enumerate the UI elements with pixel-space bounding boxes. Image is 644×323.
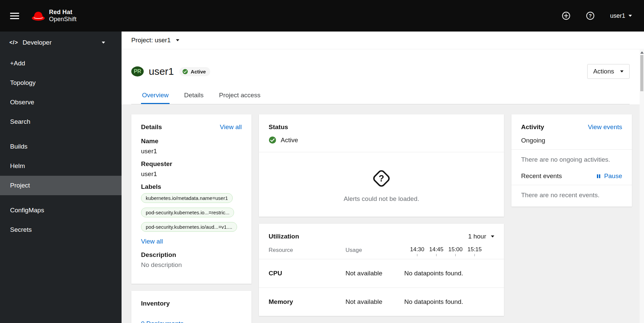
overview-dashboard: Details View all Name user1 Requester us… [122,104,644,323]
help-question-circle-icon[interactable]: ? [586,11,595,20]
status-badge: Active [179,67,210,76]
scrollbar-up-arrow[interactable] [640,51,644,54]
view-events-link[interactable]: View events [588,123,622,131]
resource-datapoints: No datapoints found. [404,270,494,277]
details-card: Details View all Name user1 Requester us… [131,114,251,284]
tab-details[interactable]: Details [183,87,204,104]
sidebar-group-main: +Add Topology Observe Search [0,52,122,131]
time-tick: 14:30 [408,246,427,256]
deployments-link[interactable]: 0 Deployments [141,320,242,323]
masthead: Red Hat OpenShift ? user1 [0,0,644,32]
pause-events-button[interactable]: Pause [596,172,622,180]
inventory-card: Inventory 0 Deployments [131,291,251,323]
sidebar-item-configmaps[interactable]: ConfigMaps [0,201,122,220]
unknown-status-icon: ? [371,168,392,189]
check-circle-icon [269,136,276,144]
resource-usage: Not available [346,298,404,306]
description-value: No description [141,261,242,269]
add-plus-circle-icon[interactable] [562,11,570,20]
requester-value: user1 [141,170,242,178]
redhat-logo-icon [31,11,45,21]
recent-events-empty-message: There are no recent events. [511,185,632,207]
user-menu-dropdown[interactable]: user1 [610,12,632,19]
chevron-down-icon [176,39,179,41]
utilization-card: Utilization 1 hour Resource Usage 14:30 … [259,224,504,316]
tab-overview[interactable]: Overview [141,87,170,104]
project-bar: Project: user1 [122,32,644,49]
pause-button-label: Pause [604,172,622,180]
details-view-all-link[interactable]: View all [220,123,242,131]
brand-logo: Red Hat OpenShift [31,9,77,23]
recent-events-label: Recent events [521,172,562,180]
activity-card: Activity View events Ongoing There are n… [511,114,632,207]
resource-column-header: Resource [269,247,346,256]
help-question-glyph: ? [589,13,592,18]
activity-card-title: Activity [521,123,544,131]
chevron-down-icon [102,42,105,44]
utilization-header-row: Resource Usage 14:30 14:45 15:00 15:15 [259,245,504,259]
project-status-row: Active [259,136,504,152]
unknown-glyph: ? [379,173,384,183]
label-chip: pod-security.kubernetes.io/aud...=v1.... [141,222,237,232]
alerts-empty-message: Alerts could not be loaded. [269,195,494,203]
details-card-title: Details [141,123,162,131]
labels-view-all-link[interactable]: View all [141,238,163,245]
sidebar-item-helm[interactable]: Helm [0,156,122,176]
resource-name: Memory [269,298,346,306]
details-card-body: Name user1 Requester user1 Labels kubern… [131,136,251,284]
actions-button-label: Actions [593,68,614,75]
sidebar-item-secrets[interactable]: Secrets [0,220,122,239]
label-chip: kubernetes.io/metadata.name=user1 [141,193,233,203]
duration-label: 1 hour [468,233,486,240]
perspective-label: Developer [22,39,52,46]
sidebar-item-observe[interactable]: Observe [0,93,122,112]
right-column: Activity View events Ongoing There are n… [511,114,632,207]
ongoing-label: Ongoing [521,137,545,144]
project-selector-label: Project: user1 [131,37,171,44]
status-state-label: Active [281,137,298,144]
status-badge-label: Active [191,69,206,74]
recent-events-section-header: Recent events Pause [511,171,632,185]
tab-bar: Overview Details Project access [131,87,630,104]
sidebar-item-add[interactable]: +Add [0,54,122,73]
sidebar-item-topology[interactable]: Topology [0,73,122,93]
project-resource-badge: PR [131,66,144,76]
alerts-empty-state: ? Alerts could not be loaded. [259,152,504,217]
developer-code-icon: </> [9,40,18,46]
main-content: Project: user1 PR user1 Active Actions O… [122,32,644,323]
pause-icon [596,174,601,179]
ongoing-empty-message: There are no ongoing activities. [511,150,632,171]
check-circle-icon [182,69,188,74]
sidebar-item-builds[interactable]: Builds [0,137,122,156]
name-value: user1 [141,148,242,155]
actions-button[interactable]: Actions [587,64,630,79]
name-label: Name [141,138,242,145]
ongoing-section-header: Ongoing [511,136,632,149]
inventory-card-body: 0 Deployments [131,312,251,323]
scrollbar-thumb[interactable] [640,55,643,91]
label-chip: pod-security.kubernetes.io...=restric... [141,208,234,217]
username-label: user1 [610,12,625,19]
chevron-down-icon [620,70,624,72]
project-selector[interactable]: Project: user1 [131,37,179,44]
left-column: Details View all Name user1 Requester us… [131,114,251,323]
resource-name: CPU [269,270,346,277]
chevron-down-icon [629,15,632,17]
resource-datapoints: No datapoints found. [404,298,494,306]
time-tick: 14:45 [427,246,446,256]
time-axis: 14:30 14:45 15:00 15:15 [404,246,494,256]
perspective-switcher[interactable]: </> Developer [0,32,122,52]
nav-toggle-hamburger-icon[interactable] [10,11,19,21]
tab-project-access[interactable]: Project access [218,87,262,104]
sidebar-group-resources: Builds Helm Project [0,136,122,195]
sidebar-item-search[interactable]: Search [0,112,122,131]
sidebar-group-config: ConfigMaps Secrets [0,199,122,239]
sidebar-item-project[interactable]: Project [0,176,122,195]
utilization-card-title: Utilization [269,233,299,240]
utilization-row-cpu: CPU Not available No datapoints found. [259,259,504,287]
vertical-scrollbar[interactable] [640,50,644,323]
duration-dropdown[interactable]: 1 hour [468,233,494,240]
masthead-actions: ? user1 [562,11,644,20]
brand-line2: OpenShift [49,16,77,23]
requester-label: Requester [141,160,242,168]
